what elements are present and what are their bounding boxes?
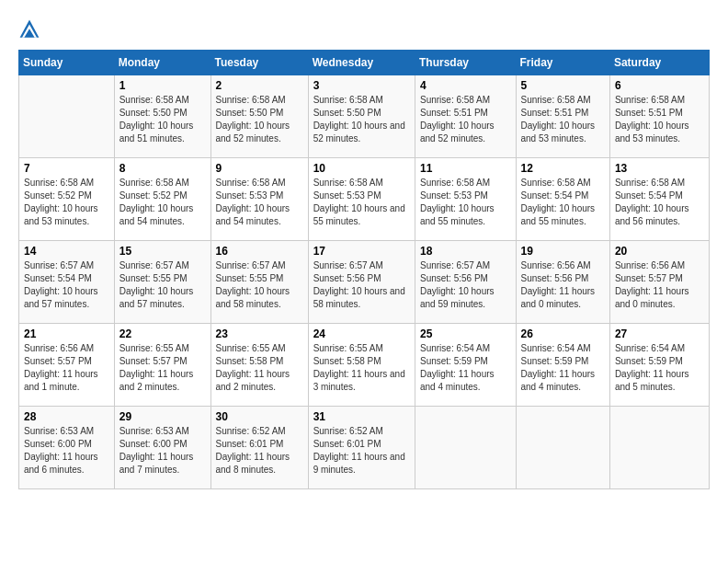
day-number: 12 [521, 162, 605, 175]
day-cell: 30Sunrise: 6:52 AMSunset: 6:01 PMDayligh… [210, 407, 308, 489]
day-cell: 11Sunrise: 6:58 AMSunset: 5:53 PMDayligh… [415, 158, 516, 241]
day-info: Sunrise: 6:58 AMSunset: 5:51 PMDaylight:… [521, 94, 605, 145]
header-cell-friday: Friday [516, 51, 609, 75]
header-cell-wednesday: Wednesday [308, 51, 415, 75]
day-number: 21 [24, 327, 109, 340]
day-cell: 22Sunrise: 6:55 AMSunset: 5:57 PMDayligh… [114, 324, 210, 407]
day-info: Sunrise: 6:58 AMSunset: 5:52 PMDaylight:… [24, 177, 109, 228]
day-info: Sunrise: 6:57 AMSunset: 5:56 PMDaylight:… [313, 259, 410, 311]
day-info: Sunrise: 6:53 AMSunset: 6:00 PMDaylight:… [119, 425, 206, 477]
day-cell: 7Sunrise: 6:58 AMSunset: 5:52 PMDaylight… [19, 158, 115, 241]
day-cell: 21Sunrise: 6:56 AMSunset: 5:57 PMDayligh… [19, 324, 115, 407]
day-cell: 5Sunrise: 6:58 AMSunset: 5:51 PMDaylight… [516, 75, 609, 158]
day-info: Sunrise: 6:55 AMSunset: 5:58 PMDaylight:… [216, 342, 303, 394]
day-info: Sunrise: 6:57 AMSunset: 5:55 PMDaylight:… [216, 259, 303, 311]
day-number: 30 [216, 410, 303, 423]
day-number: 26 [521, 327, 605, 340]
day-cell: 13Sunrise: 6:58 AMSunset: 5:54 PMDayligh… [609, 158, 709, 241]
header-cell-sunday: Sunday [19, 51, 115, 75]
week-row-1: 1Sunrise: 6:58 AMSunset: 5:50 PMDaylight… [19, 75, 710, 158]
logo [18, 18, 44, 40]
week-row-4: 21Sunrise: 6:56 AMSunset: 5:57 PMDayligh… [19, 324, 710, 407]
day-number: 8 [119, 162, 206, 175]
day-cell: 20Sunrise: 6:56 AMSunset: 5:57 PMDayligh… [609, 241, 709, 324]
day-number: 13 [615, 162, 704, 175]
day-number: 16 [216, 245, 303, 258]
day-cell: 23Sunrise: 6:55 AMSunset: 5:58 PMDayligh… [210, 324, 308, 407]
day-number: 22 [119, 327, 206, 340]
day-number: 1 [119, 79, 206, 92]
day-number: 7 [24, 162, 109, 175]
day-number: 2 [216, 79, 303, 92]
day-cell: 4Sunrise: 6:58 AMSunset: 5:51 PMDaylight… [415, 75, 516, 158]
day-info: Sunrise: 6:58 AMSunset: 5:54 PMDaylight:… [615, 177, 704, 228]
week-row-5: 28Sunrise: 6:53 AMSunset: 6:00 PMDayligh… [19, 407, 710, 489]
day-number: 24 [313, 327, 410, 340]
day-info: Sunrise: 6:58 AMSunset: 5:50 PMDaylight:… [313, 94, 410, 145]
day-info: Sunrise: 6:58 AMSunset: 5:51 PMDaylight:… [420, 94, 511, 145]
day-cell: 6Sunrise: 6:58 AMSunset: 5:51 PMDaylight… [609, 75, 709, 158]
day-info: Sunrise: 6:58 AMSunset: 5:54 PMDaylight:… [521, 177, 605, 228]
day-cell: 19Sunrise: 6:56 AMSunset: 5:56 PMDayligh… [516, 241, 609, 324]
day-cell: 14Sunrise: 6:57 AMSunset: 5:54 PMDayligh… [19, 241, 115, 324]
day-number: 10 [313, 162, 410, 175]
day-cell: 16Sunrise: 6:57 AMSunset: 5:55 PMDayligh… [210, 241, 308, 324]
day-number: 29 [119, 410, 206, 423]
day-info: Sunrise: 6:52 AMSunset: 6:01 PMDaylight:… [313, 425, 410, 477]
day-info: Sunrise: 6:56 AMSunset: 5:57 PMDaylight:… [24, 342, 109, 394]
day-info: Sunrise: 6:52 AMSunset: 6:01 PMDaylight:… [216, 425, 303, 477]
day-number: 27 [615, 327, 704, 340]
header-cell-tuesday: Tuesday [210, 51, 308, 75]
day-cell [609, 407, 709, 489]
day-cell: 9Sunrise: 6:58 AMSunset: 5:53 PMDaylight… [210, 158, 308, 241]
day-number: 31 [313, 410, 410, 423]
day-info: Sunrise: 6:53 AMSunset: 6:00 PMDaylight:… [24, 425, 109, 477]
day-number: 17 [313, 245, 410, 258]
day-cell: 1Sunrise: 6:58 AMSunset: 5:50 PMDaylight… [114, 75, 210, 158]
header [18, 18, 710, 40]
day-number: 11 [420, 162, 511, 175]
day-cell: 24Sunrise: 6:55 AMSunset: 5:58 PMDayligh… [308, 324, 415, 407]
day-number: 6 [615, 79, 704, 92]
day-number: 4 [420, 79, 511, 92]
header-cell-saturday: Saturday [609, 51, 709, 75]
day-number: 5 [521, 79, 605, 92]
day-cell: 3Sunrise: 6:58 AMSunset: 5:50 PMDaylight… [308, 75, 415, 158]
day-cell: 27Sunrise: 6:54 AMSunset: 5:59 PMDayligh… [609, 324, 709, 407]
day-number: 14 [24, 245, 109, 258]
day-number: 25 [420, 327, 511, 340]
logo-icon [18, 18, 40, 40]
day-number: 28 [24, 410, 109, 423]
day-info: Sunrise: 6:58 AMSunset: 5:50 PMDaylight:… [119, 94, 206, 145]
day-info: Sunrise: 6:58 AMSunset: 5:52 PMDaylight:… [119, 177, 206, 228]
day-cell [516, 407, 609, 489]
day-info: Sunrise: 6:57 AMSunset: 5:56 PMDaylight:… [420, 259, 511, 311]
day-number: 3 [313, 79, 410, 92]
day-cell: 31Sunrise: 6:52 AMSunset: 6:01 PMDayligh… [308, 407, 415, 489]
day-cell: 2Sunrise: 6:58 AMSunset: 5:50 PMDaylight… [210, 75, 308, 158]
week-row-2: 7Sunrise: 6:58 AMSunset: 5:52 PMDaylight… [19, 158, 710, 241]
day-cell: 25Sunrise: 6:54 AMSunset: 5:59 PMDayligh… [415, 324, 516, 407]
day-info: Sunrise: 6:58 AMSunset: 5:53 PMDaylight:… [420, 177, 511, 228]
day-number: 23 [216, 327, 303, 340]
day-number: 20 [615, 245, 704, 258]
day-cell: 28Sunrise: 6:53 AMSunset: 6:00 PMDayligh… [19, 407, 115, 489]
day-cell: 26Sunrise: 6:54 AMSunset: 5:59 PMDayligh… [516, 324, 609, 407]
day-cell: 15Sunrise: 6:57 AMSunset: 5:55 PMDayligh… [114, 241, 210, 324]
week-row-3: 14Sunrise: 6:57 AMSunset: 5:54 PMDayligh… [19, 241, 710, 324]
day-info: Sunrise: 6:54 AMSunset: 5:59 PMDaylight:… [615, 342, 704, 394]
day-info: Sunrise: 6:57 AMSunset: 5:55 PMDaylight:… [119, 259, 206, 311]
day-cell: 8Sunrise: 6:58 AMSunset: 5:52 PMDaylight… [114, 158, 210, 241]
day-cell [19, 75, 115, 158]
day-number: 15 [119, 245, 206, 258]
calendar-table: SundayMondayTuesdayWednesdayThursdayFrid… [18, 50, 710, 489]
day-info: Sunrise: 6:54 AMSunset: 5:59 PMDaylight:… [521, 342, 605, 394]
day-cell: 12Sunrise: 6:58 AMSunset: 5:54 PMDayligh… [516, 158, 609, 241]
day-info: Sunrise: 6:54 AMSunset: 5:59 PMDaylight:… [420, 342, 511, 394]
day-info: Sunrise: 6:56 AMSunset: 5:56 PMDaylight:… [521, 259, 605, 311]
day-info: Sunrise: 6:56 AMSunset: 5:57 PMDaylight:… [615, 259, 704, 311]
day-cell [415, 407, 516, 489]
day-info: Sunrise: 6:58 AMSunset: 5:53 PMDaylight:… [313, 177, 410, 228]
day-cell: 18Sunrise: 6:57 AMSunset: 5:56 PMDayligh… [415, 241, 516, 324]
day-info: Sunrise: 6:55 AMSunset: 5:57 PMDaylight:… [119, 342, 206, 394]
